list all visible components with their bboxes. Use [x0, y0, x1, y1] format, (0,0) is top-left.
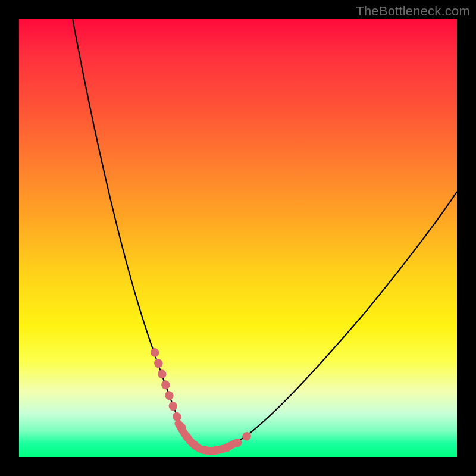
bottleneck-curve-svg	[19, 19, 457, 457]
bottleneck-curve	[73, 19, 457, 451]
highlight-segment	[155, 352, 248, 450]
plot-area	[19, 19, 457, 457]
chart-frame: TheBottleneck.com	[0, 0, 476, 476]
highlight-segment-fill	[178, 424, 235, 451]
watermark-text: TheBottleneck.com	[356, 4, 470, 19]
